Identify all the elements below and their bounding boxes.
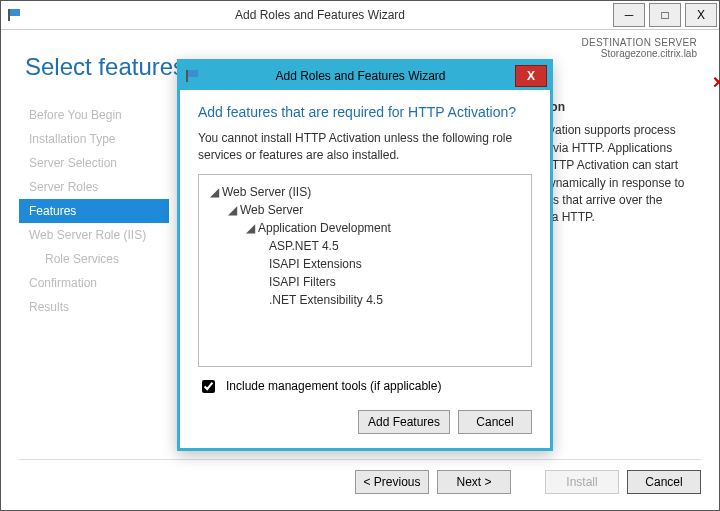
add-features-button[interactable]: Add Features	[358, 410, 450, 434]
dialog-heading: Add features that are required for HTTP …	[198, 104, 532, 120]
window-title: Add Roles and Features Wizard	[29, 8, 611, 22]
titlebar: Add Roles and Features Wizard ─ □ X	[1, 1, 719, 30]
expander-icon[interactable]: ◢	[245, 221, 255, 235]
nav-features[interactable]: Features	[19, 199, 169, 223]
nav-server-selection[interactable]: Server Selection	[19, 151, 169, 175]
tree-leaf-isapi-ext[interactable]: ISAPI Extensions	[209, 255, 521, 273]
nav-web-server-role[interactable]: Web Server Role (IIS)	[19, 223, 169, 247]
dialog-titlebar: Add Roles and Features Wizard X	[180, 62, 550, 90]
close-button[interactable]: X	[685, 3, 717, 27]
install-button[interactable]: Install	[545, 470, 619, 494]
wizard-nav: Before You Begin Installation Type Serve…	[19, 99, 169, 469]
dialog-body: Add features that are required for HTTP …	[180, 90, 550, 448]
nav-confirmation[interactable]: Confirmation	[19, 271, 169, 295]
next-button[interactable]: Next >	[437, 470, 511, 494]
maximize-button[interactable]: □	[649, 3, 681, 27]
window-controls: ─ □ X	[611, 1, 719, 29]
minimize-button[interactable]: ─	[613, 3, 645, 27]
destination-server: Destination Server Storagezone.citrix.la…	[581, 37, 697, 59]
expander-icon[interactable]: ◢	[209, 185, 219, 199]
tree-node-web-server[interactable]: ◢Web Server	[209, 201, 521, 219]
destination-server-label: Destination Server	[581, 37, 697, 48]
include-management-tools-row[interactable]: Include management tools (if applicable)	[198, 377, 532, 396]
previous-button[interactable]: < Previous	[355, 470, 429, 494]
include-management-tools-checkbox[interactable]	[202, 380, 215, 393]
include-management-tools-label: Include management tools (if applicable)	[226, 379, 441, 393]
tree-leaf-net-ext45[interactable]: .NET Extensibility 4.5	[209, 291, 521, 309]
app-icon	[1, 9, 29, 21]
dialog-cancel-button[interactable]: Cancel	[458, 410, 532, 434]
feature-tree[interactable]: ◢Web Server (IIS) ◢Web Server ◢Applicati…	[198, 174, 532, 367]
description-heading: tion	[543, 99, 701, 116]
destination-server-value: Storagezone.citrix.lab	[581, 48, 697, 59]
nav-results[interactable]: Results	[19, 295, 169, 319]
wizard-button-bar: < Previous Next > Install Cancel	[19, 459, 701, 494]
description-body: tivation supports process n via HTTP. Ap…	[543, 123, 684, 224]
main-window: Add Roles and Features Wizard ─ □ X Dest…	[0, 0, 720, 511]
tree-node-web-server-iis[interactable]: ◢Web Server (IIS)	[209, 183, 521, 201]
nav-role-services[interactable]: Role Services	[19, 247, 169, 271]
cancel-button[interactable]: Cancel	[627, 470, 701, 494]
page-close-icon[interactable]: ✕	[712, 73, 720, 92]
dialog-button-row: Add Features Cancel	[198, 410, 532, 434]
dialog-title: Add Roles and Features Wizard	[206, 69, 515, 83]
tree-node-app-development[interactable]: ◢Application Development	[209, 219, 521, 237]
nav-server-roles[interactable]: Server Roles	[19, 175, 169, 199]
dialog-app-icon	[180, 70, 206, 82]
dialog-close-button[interactable]: X	[515, 65, 547, 87]
nav-before-you-begin[interactable]: Before You Begin	[19, 103, 169, 127]
required-features-dialog: Add Roles and Features Wizard X Add feat…	[177, 59, 553, 451]
dialog-message: You cannot install HTTP Activation unles…	[198, 130, 532, 164]
expander-icon[interactable]: ◢	[227, 203, 237, 217]
tree-leaf-isapi-filters[interactable]: ISAPI Filters	[209, 273, 521, 291]
nav-installation-type[interactable]: Installation Type	[19, 127, 169, 151]
description-panel: tion tivation supports process n via HTT…	[539, 99, 701, 469]
tree-leaf-aspnet45[interactable]: ASP.NET 4.5	[209, 237, 521, 255]
